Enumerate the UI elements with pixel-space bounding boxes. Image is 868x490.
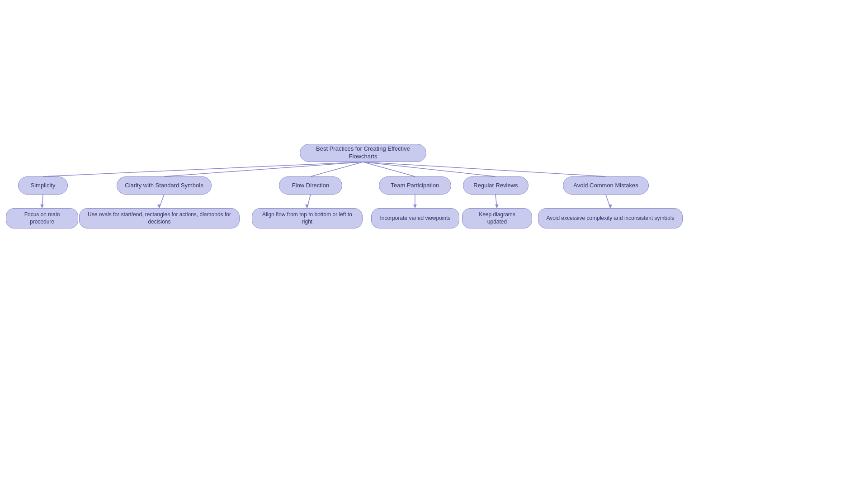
- avoidmistakes-label: Avoid Common Mistakes: [573, 182, 638, 190]
- svg-line-5: [363, 162, 606, 176]
- child-node-clarity: Clarity with Standard Symbols: [117, 176, 212, 195]
- leaf-node-regularreviews: Keep diagrams updated: [462, 208, 532, 228]
- avoidmistakes-leaf-label: Avoid excessive complexity and inconsist…: [546, 215, 674, 222]
- svg-marker-15: [495, 205, 499, 208]
- child-node-simplicity: Simplicity: [18, 176, 68, 195]
- svg-line-0: [43, 162, 363, 176]
- child-node-flowdirection: Flow Direction: [279, 176, 342, 195]
- leaf-node-clarity: Use ovals for start/end, rectangles for …: [79, 208, 240, 228]
- svg-line-6: [42, 195, 43, 208]
- flowdirection-leaf-label: Align flow from top to bottom or left to…: [259, 211, 356, 225]
- svg-line-3: [363, 162, 415, 176]
- child-node-teamparticipation: Team Participation: [379, 176, 451, 195]
- flowdirection-label: Flow Direction: [292, 182, 329, 190]
- clarity-label: Clarity with Standard Symbols: [125, 182, 203, 190]
- svg-line-8: [159, 195, 164, 208]
- diagram-container: Best Practices for Creating Effective Fl…: [0, 0, 868, 490]
- child-node-avoidmistakes: Avoid Common Mistakes: [563, 176, 649, 195]
- svg-line-2: [311, 162, 363, 176]
- simplicity-label: Simplicity: [31, 182, 56, 190]
- root-node: Best Practices for Creating Effective Fl…: [300, 144, 426, 162]
- svg-marker-17: [609, 205, 612, 208]
- leaf-node-teamparticipation: Incorporate varied viewpoints: [371, 208, 459, 228]
- teamparticipation-label: Team Participation: [391, 182, 439, 190]
- leaf-node-avoidmistakes: Avoid excessive complexity and inconsist…: [538, 208, 683, 228]
- svg-marker-7: [40, 205, 44, 208]
- svg-line-16: [606, 195, 610, 208]
- child-node-regularreviews: Regular Reviews: [463, 176, 528, 195]
- svg-marker-13: [413, 205, 417, 208]
- regularreviews-leaf-label: Keep diagrams updated: [469, 211, 525, 225]
- root-label: Best Practices for Creating Effective Fl…: [307, 145, 420, 161]
- leaf-node-flowdirection: Align flow from top to bottom or left to…: [252, 208, 363, 228]
- svg-marker-11: [305, 205, 309, 208]
- teamparticipation-leaf-label: Incorporate varied viewpoints: [380, 215, 450, 222]
- clarity-leaf-label: Use ovals for start/end, rectangles for …: [86, 211, 233, 225]
- svg-marker-9: [157, 205, 161, 208]
- simplicity-leaf-label: Focus on main procedure: [13, 211, 71, 225]
- svg-line-1: [164, 162, 363, 176]
- svg-line-14: [495, 195, 497, 208]
- connections-svg: [0, 0, 868, 490]
- svg-line-4: [363, 162, 495, 176]
- svg-line-10: [307, 195, 311, 208]
- leaf-node-simplicity: Focus on main procedure: [6, 208, 78, 228]
- regularreviews-label: Regular Reviews: [473, 182, 518, 190]
